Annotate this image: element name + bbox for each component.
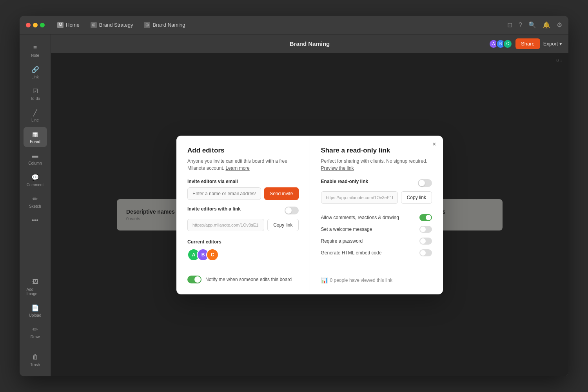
content-header: Brand Naming A B C Share Export ▾: [51, 34, 568, 53]
option-comments-row: Allow comments, reactions & drawing: [321, 212, 432, 223]
trash-icon: 🗑: [31, 353, 39, 361]
sidebar-item-note[interactable]: ≡ Note: [24, 41, 47, 61]
content-area: Brand Naming A B C Share Export ▾ 0 ↕ De…: [51, 34, 568, 376]
sketch-icon: ✏: [31, 195, 39, 203]
modal-close-button[interactable]: ×: [430, 140, 439, 149]
sidebar-item-board[interactable]: ▦ Board: [24, 127, 47, 147]
invite-link-toggle[interactable]: [285, 207, 299, 214]
readonly-link-row: Copy link: [321, 191, 432, 204]
copy-readonly-link-button[interactable]: Copy link: [401, 191, 432, 204]
enable-readonly-toggle[interactable]: [418, 179, 432, 187]
export-button[interactable]: Export ▾: [543, 41, 562, 47]
collab-avatar-3: C: [503, 39, 512, 49]
search-icon[interactable]: 🔍: [528, 21, 536, 29]
sidebar-item-todo[interactable]: ☑ To-do: [24, 84, 47, 104]
help-icon[interactable]: ?: [519, 22, 522, 29]
todo-icon: ☑: [31, 87, 39, 95]
option-welcome-row: Set a welcome message: [321, 223, 432, 235]
option-password-row: Require a password: [321, 235, 432, 247]
add-editors-desc: Anyone you invite can edit this board wi…: [187, 158, 299, 172]
header-right: A B C Share Export ▾: [491, 38, 562, 49]
sidebar-item-trash[interactable]: 🗑 Trash: [24, 350, 47, 370]
modal: × Add editors Anyone you invite can edit…: [176, 136, 443, 294]
option-welcome-label: Set a welcome message: [321, 227, 372, 232]
devices-icon[interactable]: ⊡: [507, 21, 512, 29]
enable-readonly-row: Enable read-only link: [321, 179, 432, 187]
invite-email-label: Invite editors via email: [187, 179, 299, 184]
add-editors-title: Add editors: [187, 147, 299, 154]
learn-more-link[interactable]: Learn more: [225, 165, 249, 171]
modal-right-panel: Share a read-only link Perfect for shari…: [310, 136, 443, 294]
app-window: M Home ⊞ Brand Strategy ⊞ Brand Naming ⊡…: [20, 16, 568, 376]
title-bar-right: ⊡ ? 🔍 🔔 ⚙: [507, 21, 562, 29]
invite-link-row: Invite editors with a link: [187, 206, 299, 215]
link-icon: 🔗: [31, 65, 39, 73]
invite-link-input[interactable]: [187, 219, 264, 231]
option-embed-row: Generate HTML embed code: [321, 247, 432, 259]
views-footer: 📊 0 people have viewed this link: [321, 277, 432, 283]
invite-link-label: Invite editors with a link: [187, 206, 241, 212]
collaborator-avatars: A B C: [491, 39, 512, 49]
sidebar-item-sketch[interactable]: ✏ Sketch: [24, 192, 47, 212]
current-editors-label: Current editors: [187, 239, 299, 245]
note-icon: ≡: [31, 44, 39, 52]
share-readonly-desc: Perfect for sharing with clients. No sig…: [321, 158, 432, 172]
home-tab-icon: M: [57, 22, 64, 28]
sidebar-item-add-image[interactable]: 🖼 Add Image: [24, 275, 47, 299]
share-button[interactable]: Share: [515, 38, 540, 49]
sidebar-item-upload[interactable]: 📄 Upload: [24, 301, 47, 321]
invite-email-row: Send invite: [187, 187, 299, 200]
brand-strategy-tab-icon: ⊞: [91, 22, 97, 28]
preview-link[interactable]: Preview the link: [321, 165, 354, 171]
fullscreen-traffic-light[interactable]: [40, 23, 45, 27]
modal-left-panel: Add editors Anyone you invite can edit t…: [176, 136, 310, 294]
page-title: Brand Naming: [290, 40, 330, 47]
bell-icon[interactable]: 🔔: [543, 21, 550, 29]
nav-tabs: M Home ⊞ Brand Strategy ⊞ Brand Naming: [53, 20, 503, 30]
readonly-link-input[interactable]: [321, 191, 398, 204]
comment-icon: 💬: [31, 173, 39, 181]
title-bar: M Home ⊞ Brand Strategy ⊞ Brand Naming ⊡…: [20, 16, 568, 34]
minimize-traffic-light[interactable]: [33, 23, 38, 27]
close-traffic-light[interactable]: [26, 23, 31, 27]
option-password-label: Require a password: [321, 238, 363, 244]
send-invite-button[interactable]: Send invite: [264, 187, 298, 200]
tab-home[interactable]: M Home: [53, 20, 84, 30]
option-embed-label: Generate HTML embed code: [321, 250, 382, 256]
sidebar-item-more[interactable]: •••: [24, 213, 47, 227]
add-image-icon: 🖼: [31, 278, 39, 286]
sidebar: ≡ Note 🔗 Link ☑ To-do ╱ Line ▦ Board ▬ C…: [20, 34, 51, 376]
board-icon: ▦: [31, 130, 39, 138]
line-icon: ╱: [31, 109, 39, 116]
brand-naming-tab-icon: ⊞: [144, 22, 150, 28]
column-icon: ▬: [31, 152, 39, 160]
sidebar-item-link[interactable]: 🔗 Link: [24, 62, 47, 82]
main-layout: ≡ Note 🔗 Link ☑ To-do ╱ Line ▦ Board ▬ C…: [20, 34, 568, 376]
sidebar-item-column[interactable]: ▬ Column: [24, 149, 47, 169]
draw-icon: ✏: [31, 325, 39, 333]
option-embed-toggle[interactable]: [419, 249, 432, 256]
views-chart-icon: 📊: [321, 277, 328, 283]
sidebar-item-draw[interactable]: ✏ Draw: [24, 322, 47, 342]
option-comments-toggle[interactable]: [419, 214, 432, 221]
email-input[interactable]: [187, 187, 261, 200]
editor-avatar-3: C: [206, 249, 219, 261]
invite-link-input-row: Copy link: [187, 219, 299, 231]
sidebar-item-comment[interactable]: 💬 Comment: [24, 170, 47, 190]
tab-brand-strategy[interactable]: ⊞ Brand Strategy: [86, 20, 138, 30]
canvas-area[interactable]: 0 ↕ Descriptive names 0 cards Brief We'r…: [51, 53, 568, 376]
copy-invite-link-button[interactable]: Copy link: [267, 219, 298, 231]
notify-toggle[interactable]: [187, 276, 201, 283]
tab-brand-naming[interactable]: ⊞ Brand Naming: [139, 20, 190, 30]
upload-icon: 📄: [31, 304, 39, 312]
enable-readonly-label: Enable read-only link: [321, 179, 368, 184]
traffic-lights: [26, 23, 45, 27]
views-count: 0 people have viewed this link: [330, 278, 392, 283]
modal-overlay: × Add editors Anyone you invite can edit…: [51, 53, 568, 376]
option-welcome-toggle[interactable]: [419, 226, 432, 233]
option-password-toggle[interactable]: [419, 238, 432, 245]
more-icon: •••: [31, 216, 39, 224]
settings-icon[interactable]: ⚙: [557, 21, 562, 29]
share-readonly-title: Share a read-only link: [321, 147, 432, 154]
sidebar-item-line[interactable]: ╱ Line: [24, 105, 47, 125]
